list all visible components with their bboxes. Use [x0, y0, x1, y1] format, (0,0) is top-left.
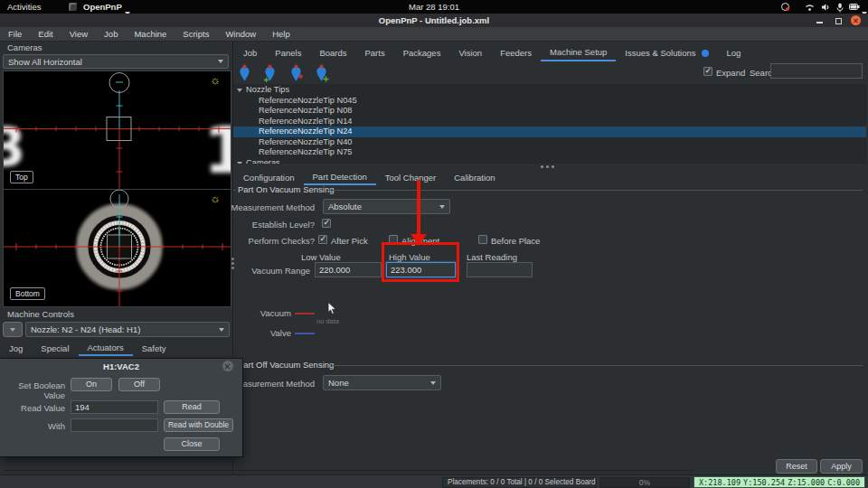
measurement-method-select-off[interactable]: None	[323, 375, 441, 390]
machine-controls-expand-button[interactable]	[3, 322, 23, 337]
nozzle-pin-delete-icon[interactable]	[288, 64, 304, 83]
reset-button[interactable]: Reset	[776, 459, 817, 474]
low-value-field[interactable]	[315, 262, 382, 277]
tab-vision[interactable]: Vision	[449, 45, 491, 61]
dialog-close-button[interactable]: Close	[164, 437, 220, 451]
tab-machine-setup[interactable]: Machine Setup	[541, 45, 616, 61]
menu-view[interactable]: View	[61, 27, 96, 41]
tab-packages[interactable]: Packages	[394, 45, 450, 61]
menu-edit[interactable]: Edit	[30, 27, 61, 41]
tab-special[interactable]: Special	[32, 341, 78, 356]
measurement-method-label: Measurement Method	[170, 202, 315, 212]
chevron-down-icon	[430, 381, 436, 385]
microphone-icon[interactable]	[836, 3, 844, 13]
tab-feeders[interactable]: Feeders	[491, 45, 541, 61]
tree-item[interactable]: ReferenceNozzleTip N14	[233, 117, 866, 127]
after-pick-checkbox[interactable]	[318, 235, 327, 244]
valve-legend-label: Valve	[228, 328, 291, 338]
top-camera-view[interactable]: 3 1 ☼ Top	[3, 70, 231, 190]
tab-boards[interactable]: Boards	[310, 45, 355, 61]
camera-brightness-icon[interactable]: ☼	[210, 74, 221, 86]
chevron-down-icon	[219, 328, 224, 332]
battery-icon[interactable]	[849, 4, 860, 10]
menu-job[interactable]: Job	[96, 27, 126, 41]
establish-level-checkbox[interactable]	[322, 219, 331, 228]
placements-status: Placements: 0 / 0 Total | 0 / 0 Selected…	[442, 477, 597, 488]
tab-safety[interactable]: Safety	[133, 341, 175, 356]
actuator-dialog: H1:VAC2 Set Boolean Value On Off Read Va…	[0, 359, 242, 456]
nozzle-pin-add-icon[interactable]	[314, 64, 329, 83]
last-reading-field[interactable]	[467, 262, 533, 277]
apply-button[interactable]: Apply	[820, 459, 863, 474]
tree-item[interactable]: ReferenceNozzleTip N045	[233, 96, 866, 107]
read-button[interactable]: Read	[164, 400, 220, 414]
expand-label: Expand	[716, 68, 745, 78]
on-button[interactable]: On	[71, 378, 112, 391]
valve-legend-line	[295, 333, 315, 334]
set-boolean-label: Set Boolean Value	[0, 380, 65, 400]
tree-group-nozzle-tips[interactable]: Nozzle Tips	[233, 85, 866, 96]
menu-bar: File Edit View Job Machine Scripts Windo…	[0, 27, 868, 42]
read-value-label: Read Value	[0, 403, 65, 413]
status-bar: Placements: 0 / 0 Total | 0 / 0 Selected…	[0, 474, 868, 488]
tree-item[interactable]: ReferenceNozzleTip N40	[233, 137, 866, 148]
before-place-checkbox[interactable]	[478, 235, 487, 244]
tab-part-detection[interactable]: Part Detection	[304, 170, 376, 185]
main-tabs: Job Panels Boards Parts Packages Vision …	[234, 45, 750, 61]
tree-item[interactable]: ReferenceNozzleTip N08	[233, 106, 866, 117]
openpnp-screen: { "colors": { "accent": "#4a8fd8", "anno…	[0, 0, 868, 488]
after-pick-label: After Pick	[331, 236, 368, 246]
tab-actuators[interactable]: Actuators	[79, 341, 133, 356]
machine-controls-title: Machine Controls	[7, 309, 74, 319]
volume-icon[interactable]	[821, 3, 830, 12]
tab-panels[interactable]: Panels	[266, 45, 310, 61]
close-button[interactable]	[851, 15, 861, 25]
dialog-title: H1:VAC2	[0, 361, 242, 371]
expand-checkbox[interactable]	[703, 67, 712, 76]
minimize-button[interactable]	[815, 15, 825, 25]
tab-jog[interactable]: Jog	[0, 341, 32, 356]
tab-calibration[interactable]: Calibration	[445, 170, 504, 185]
chevron-down-icon	[439, 205, 445, 209]
nozzle-pin-offsets-icon[interactable]	[262, 64, 278, 83]
measurement-method-select[interactable]: Absolute	[323, 199, 450, 214]
tab-job[interactable]: Job	[234, 45, 266, 61]
menu-scripts[interactable]: Scripts	[175, 27, 217, 41]
chevron-down-icon	[218, 60, 223, 63]
tab-configuration[interactable]: Configuration	[234, 170, 304, 185]
panel-divider-grip[interactable]	[231, 258, 234, 260]
camera-selector[interactable]: Show All Horizontal	[3, 54, 229, 69]
bottom-camera-label: Bottom	[10, 287, 45, 300]
tab-parts[interactable]: Parts	[356, 45, 394, 61]
mouse-cursor	[327, 302, 337, 315]
menu-file[interactable]: File	[0, 27, 30, 41]
tab-log[interactable]: Log	[718, 45, 750, 61]
clock[interactable]: Mar 28 19:01	[0, 0, 868, 14]
window-title: OpenPnP - Untitled.job.xml	[0, 14, 868, 27]
dialog-close-icon[interactable]	[222, 361, 233, 371]
wifi-icon[interactable]	[805, 3, 815, 12]
tab-tool-changer[interactable]: Tool Changer	[376, 170, 446, 185]
recording-indicator-icon[interactable]	[781, 3, 789, 11]
nozzle-pin-position-icon[interactable]	[237, 64, 252, 83]
menu-window[interactable]: Window	[217, 27, 264, 41]
last-reading-header: Last Reading	[467, 252, 517, 262]
maximize-button[interactable]	[833, 15, 843, 25]
with-field[interactable]	[71, 418, 158, 432]
menu-help[interactable]: Help	[264, 27, 298, 41]
progress-bar: 0%	[599, 477, 690, 488]
machine-setup-tree: Nozzle Tips ReferenceNozzleTip N045 Refe…	[233, 84, 866, 164]
search-input[interactable]	[770, 63, 863, 79]
read-value-field[interactable]	[71, 400, 158, 414]
read-with-double-button[interactable]: Read with Double	[164, 418, 233, 432]
gnome-top-bar: Activities OpenPnP Mar 28 19:01	[0, 0, 868, 14]
expand-arrow-icon[interactable]	[233, 85, 246, 96]
part-off-group-title: Part Off Vacuum Sensing	[238, 360, 334, 370]
tab-issues-solutions[interactable]: Issues & Solutions	[616, 45, 717, 61]
tree-item[interactable]: ReferenceNozzleTip N75	[233, 147, 866, 158]
tree-item-selected[interactable]: ReferenceNozzleTip N24	[233, 127, 866, 137]
nozzle-selector[interactable]: Nozzle: N2 - N24 (Head: H1)	[25, 322, 230, 337]
detail-tabs: Configuration Part Detection Tool Change…	[234, 170, 505, 185]
off-button[interactable]: Off	[118, 378, 160, 391]
menu-machine[interactable]: Machine	[126, 27, 175, 41]
